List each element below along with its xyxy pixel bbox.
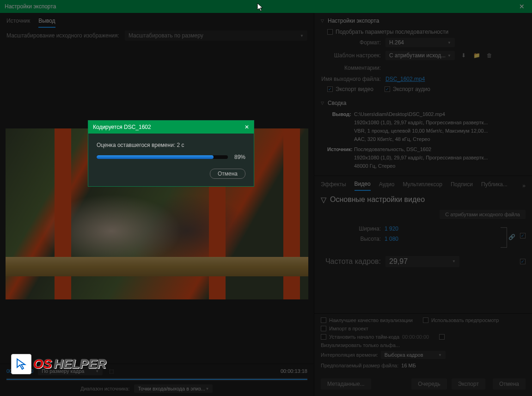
output-name-link[interactable]: DSC_1602.mp4	[385, 76, 526, 82]
tab-mux[interactable]: Мультиплексор	[403, 181, 442, 190]
export-video-label: Экспорт видео	[336, 86, 373, 92]
tab-effects[interactable]: Эффекты	[321, 181, 346, 190]
export-settings-header[interactable]: ▽ Настройки экспорта	[321, 18, 526, 24]
time-out[interactable]: 00:00:13:18	[281, 368, 307, 374]
scale-label: Масштабирование исходного изображения:	[6, 32, 119, 39]
link-dimensions-icon[interactable]: 🔗	[508, 234, 515, 240]
use-preview-checkbox[interactable]	[423, 317, 428, 323]
tc-value: 00:00:00:00	[402, 334, 429, 340]
match-source-button[interactable]: С атрибутами исходного файла	[440, 210, 526, 219]
size-label: Предполагаемый размер файла:	[321, 363, 398, 368]
format-label: Формат:	[321, 39, 381, 46]
tab-video[interactable]: Видео	[355, 181, 371, 191]
interp-label: Интерполяция времени:	[321, 352, 378, 358]
preset-dropdown[interactable]: С атрибутами исход...▼	[385, 51, 455, 60]
progress-estimate: Оценка оставшегося времени: 2 с	[97, 142, 245, 148]
tab-captions[interactable]: Подписи	[451, 181, 473, 190]
titlebar: Настройки экспорта ✕	[0, 0, 532, 13]
max-quality-label: Наилучшее качество визуализации	[329, 317, 413, 323]
match-sequence-label: Подобрать параметры последовательности	[336, 29, 448, 35]
window-title: Настройки экспорта	[5, 3, 516, 10]
progress-bar	[97, 155, 228, 159]
close-icon[interactable]: ✕	[516, 3, 527, 10]
preview-area	[0, 45, 314, 364]
width-height-match-checkbox[interactable]	[520, 233, 526, 238]
start-tc-checkbox[interactable]	[321, 334, 326, 340]
aspect-icon[interactable]: ⬚	[107, 367, 116, 375]
queue-button[interactable]: Очередь	[411, 378, 447, 390]
fps-dropdown[interactable]: 29,97▼	[385, 256, 459, 267]
cancel-button[interactable]: Отмена	[493, 378, 526, 390]
export-button[interactable]: Экспорт	[452, 378, 485, 390]
match-sequence-checkbox[interactable]	[327, 29, 333, 35]
more-tabs-icon[interactable]: »	[522, 183, 526, 189]
tab-source[interactable]: Источник	[6, 18, 30, 28]
export-video-checkbox[interactable]	[327, 86, 333, 92]
height-value[interactable]: 1 080	[385, 236, 406, 242]
export-audio-label: Экспорт аудио	[393, 86, 430, 92]
preview-tabs: Источник Вывод	[0, 13, 314, 28]
start-tc-label: Установить начало тайм-кода	[329, 334, 399, 340]
tab-publish[interactable]: Публика...	[481, 181, 508, 190]
chevron-down-icon: ▼	[300, 34, 304, 38]
size-value: 16 МБ	[401, 363, 416, 368]
range-dropdown[interactable]: Точки входа/выхода в эпиз...▼	[134, 384, 213, 393]
summary-header[interactable]: ▽ Сводка	[321, 100, 526, 106]
video-settings-header[interactable]: ▽ Основные настройки видео	[321, 195, 526, 204]
tab-output[interactable]: Вывод	[38, 18, 55, 28]
fps-match-checkbox[interactable]	[520, 259, 526, 264]
summary-body: Вывод:C:\Users\diami\Desktop\DSC_1602.mp…	[321, 111, 526, 170]
import-project-label: Импорт в проект	[329, 326, 368, 331]
preset-label: Шаблон настроек:	[321, 52, 381, 59]
chevron-down-icon: ▽	[321, 18, 324, 23]
comments-field[interactable]	[385, 64, 526, 72]
render-alpha-label: Визуализировать только альфа...	[321, 342, 400, 348]
interp-dropdown[interactable]: Выборка кадров▼	[381, 351, 446, 359]
max-quality-checkbox[interactable]	[321, 317, 326, 323]
watermark: OS HELPER	[11, 354, 106, 374]
fps-label: Частота кадров:	[321, 257, 381, 266]
progress-cancel-button[interactable]: Отмена	[210, 169, 245, 179]
timeline-scrubber[interactable]	[6, 378, 307, 381]
import-project-checkbox[interactable]	[321, 326, 326, 331]
chevron-down-icon: ▽	[321, 101, 324, 105]
width-value[interactable]: 1 920	[385, 225, 406, 232]
format-dropdown[interactable]: H.264▼	[385, 38, 455, 47]
scale-dropdown[interactable]: Масштабировать по размеру ▼	[125, 30, 307, 41]
width-label: Ширина:	[321, 225, 381, 232]
import-preset-icon[interactable]: 📁	[472, 51, 481, 60]
height-label: Высота:	[321, 236, 381, 242]
tab-audio[interactable]: Аудио	[379, 181, 395, 190]
settings-tabs: Эффекты Видео Аудио Мультиплексор Подпис…	[314, 176, 532, 191]
chevron-down-icon: ▽	[321, 195, 326, 204]
progress-percent: 89%	[234, 154, 245, 160]
watermark-icon	[11, 354, 31, 374]
metadata-button[interactable]: Метаданные...	[321, 378, 371, 390]
save-preset-icon[interactable]: ⬇	[459, 51, 468, 60]
use-preview-label: Использовать предпросмотр	[431, 317, 499, 323]
encoding-progress-dialog: Кодируется DSC_1602 ✕ Оценка оставшегося…	[88, 120, 254, 187]
render-alpha-checkbox[interactable]	[439, 334, 445, 340]
delete-preset-icon[interactable]: 🗑	[485, 51, 494, 60]
export-audio-checkbox[interactable]	[385, 86, 390, 92]
output-name-label: Имя выходного файла:	[321, 76, 381, 82]
progress-close-icon[interactable]: ✕	[245, 124, 249, 130]
comments-label: Комментарии:	[321, 65, 381, 71]
range-label: Диапазон источника:	[80, 386, 129, 391]
progress-title: Кодируется DSC_1602	[93, 124, 245, 130]
